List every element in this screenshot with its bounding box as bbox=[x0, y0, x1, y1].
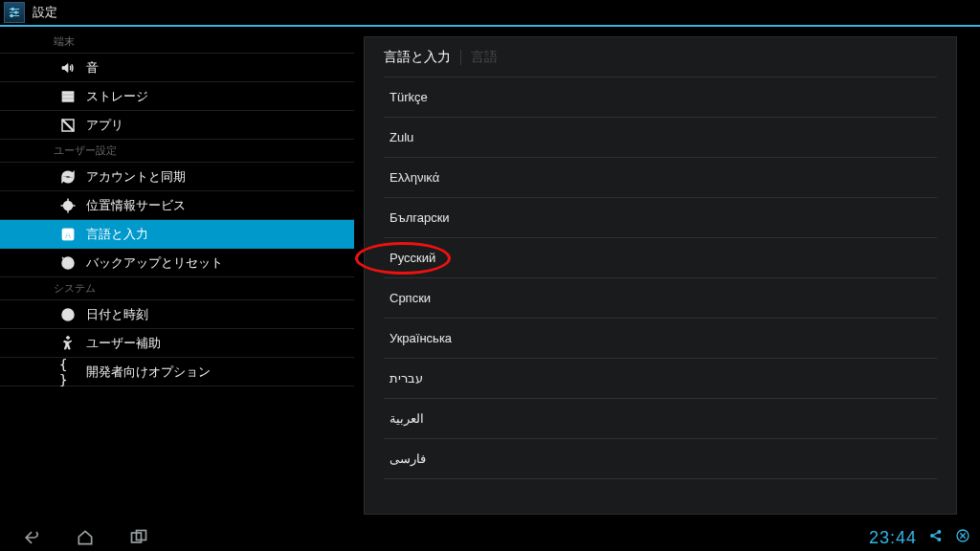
svg-line-25 bbox=[933, 533, 938, 536]
sidebar-item-label: ストレージ bbox=[86, 88, 148, 105]
sidebar-item-language-input[interactable]: A 言語と入力 bbox=[0, 220, 354, 249]
language-list[interactable]: TürkçeZuluΕλληνικάБългарскиРусскийСрпски… bbox=[384, 77, 937, 479]
panel-wrap: 言語と入力 言語 TürkçeZuluΕλληνικάБългарскиРусс… bbox=[354, 27, 980, 524]
sidebar-item-label: 位置情報サービス bbox=[86, 197, 186, 214]
svg-rect-6 bbox=[62, 91, 74, 94]
language-option[interactable]: Русский bbox=[384, 238, 937, 278]
breadcrumb-separator bbox=[460, 50, 461, 65]
language-option[interactable]: Български bbox=[384, 198, 937, 238]
language-option[interactable]: Српски bbox=[384, 278, 937, 319]
sidebar-section-header: システム bbox=[0, 277, 354, 300]
sidebar-item-location[interactable]: 位置情報サービス bbox=[0, 191, 354, 220]
recent-apps-button[interactable] bbox=[126, 527, 151, 548]
language-option[interactable]: Türkçe bbox=[384, 77, 937, 118]
location-icon bbox=[59, 197, 77, 214]
apps-icon bbox=[59, 117, 77, 134]
sidebar-item-label: アカウントと同期 bbox=[86, 168, 186, 186]
breadcrumb-main[interactable]: 言語と入力 bbox=[384, 49, 451, 66]
language-option[interactable]: Ελληνικά bbox=[384, 158, 937, 198]
language-option[interactable]: فارسی bbox=[384, 439, 937, 479]
close-icon[interactable] bbox=[955, 528, 970, 547]
page-title: 設定 bbox=[33, 4, 57, 21]
svg-line-26 bbox=[933, 537, 938, 540]
settings-app-icon bbox=[4, 2, 25, 23]
volume-icon bbox=[59, 59, 77, 77]
sidebar-section-header: ユーザー設定 bbox=[0, 140, 354, 163]
sidebar-item-developer[interactable]: { } 開発者向けオプション bbox=[0, 358, 354, 386]
svg-text:A: A bbox=[64, 229, 71, 239]
accessibility-icon bbox=[59, 335, 77, 352]
sidebar-item-apps[interactable]: アプリ bbox=[0, 111, 354, 140]
svg-rect-7 bbox=[62, 95, 74, 98]
clock-icon bbox=[59, 306, 77, 323]
back-button[interactable] bbox=[19, 527, 44, 548]
svg-point-3 bbox=[15, 11, 17, 13]
developer-icon: { } bbox=[59, 364, 77, 381]
sidebar-item-accessibility[interactable]: ユーザー補助 bbox=[0, 329, 354, 358]
storage-icon bbox=[59, 88, 77, 105]
sidebar-item-label: アプリ bbox=[86, 117, 123, 134]
sidebar-item-label: 開発者向けオプション bbox=[86, 364, 211, 381]
svg-point-1 bbox=[11, 8, 13, 10]
sidebar-item-label: 言語と入力 bbox=[86, 226, 148, 243]
language-panel: 言語と入力 言語 TürkçeZuluΕλληνικάБългарскиРусс… bbox=[364, 36, 957, 515]
language-option[interactable]: Zulu bbox=[384, 118, 937, 158]
sidebar-item-label: バックアップとリセット bbox=[86, 254, 223, 272]
status-clock[interactable]: 23:44 bbox=[869, 528, 917, 548]
language-option[interactable]: עברית bbox=[384, 359, 937, 399]
breadcrumb-sub: 言語 bbox=[471, 49, 498, 66]
svg-point-5 bbox=[11, 14, 12, 16]
sidebar-item-backup-reset[interactable]: バックアップとリセット bbox=[0, 249, 354, 277]
svg-point-22 bbox=[931, 535, 934, 538]
sync-icon bbox=[59, 168, 77, 186]
sidebar-item-accounts-sync[interactable]: アカウントと同期 bbox=[0, 163, 354, 191]
share-icon[interactable] bbox=[928, 528, 944, 547]
home-button[interactable] bbox=[73, 527, 98, 548]
svg-point-23 bbox=[938, 531, 941, 534]
panel-breadcrumb: 言語と入力 言語 bbox=[384, 37, 937, 77]
main: 端末 音 ストレージ アプリ ユーザー設定 アカウントと同期 位置情報サービス … bbox=[0, 27, 980, 524]
sidebar-item-label: ユーザー補助 bbox=[86, 335, 161, 352]
backup-icon bbox=[59, 254, 77, 272]
titlebar: 設定 bbox=[0, 0, 980, 25]
language-option[interactable]: Українська bbox=[384, 319, 937, 359]
sidebar-item-date-time[interactable]: 日付と時刻 bbox=[0, 300, 354, 329]
svg-point-24 bbox=[938, 539, 941, 541]
sidebar-item-label: 音 bbox=[86, 59, 99, 77]
language-option[interactable]: العربية bbox=[384, 399, 937, 439]
language-icon: A bbox=[59, 226, 77, 243]
system-navbar: 23:44 bbox=[0, 524, 980, 551]
sidebar-section-header: 端末 bbox=[0, 31, 354, 54]
sidebar-item-sound[interactable]: 音 bbox=[0, 54, 354, 82]
svg-point-11 bbox=[67, 204, 70, 207]
sidebar-item-storage[interactable]: ストレージ bbox=[0, 82, 354, 111]
svg-rect-8 bbox=[62, 99, 74, 101]
sidebar-item-label: 日付と時刻 bbox=[86, 306, 148, 323]
sidebar: 端末 音 ストレージ アプリ ユーザー設定 アカウントと同期 位置情報サービス … bbox=[0, 27, 354, 524]
